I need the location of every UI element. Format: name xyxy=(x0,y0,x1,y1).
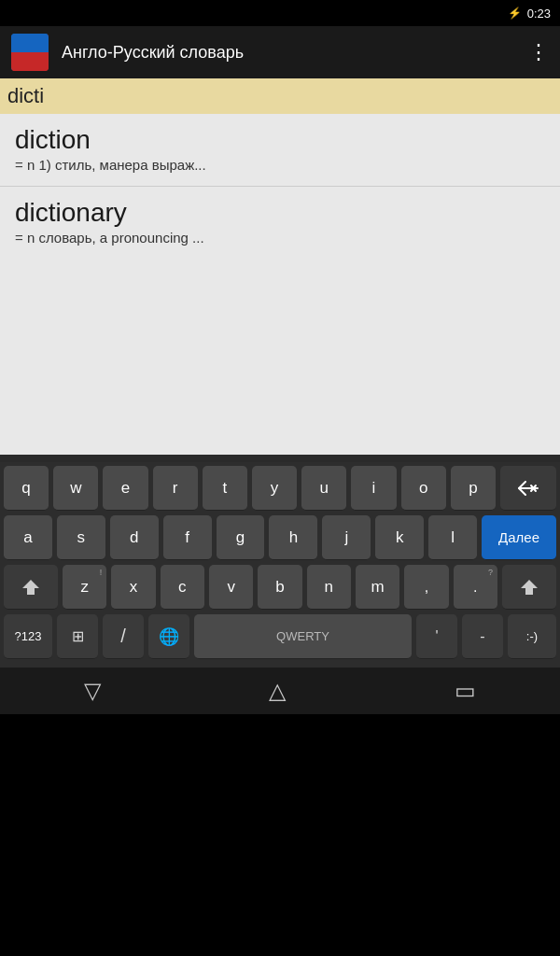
nav-home-button[interactable]: △ xyxy=(269,678,286,704)
keyboard-row-4: ?123 ⊞ / 🌐 QWERTY ' - :-) xyxy=(4,614,556,659)
key-l[interactable]: l xyxy=(428,515,477,560)
word-entry-dictionary[interactable]: dictionary = n словарь, a pronouncing ..… xyxy=(0,187,560,259)
key-s[interactable]: s xyxy=(57,515,105,560)
keyboard-divider xyxy=(0,455,560,462)
key-backspace[interactable] xyxy=(500,466,556,511)
overflow-menu-icon[interactable]: ⋮ xyxy=(528,42,549,63)
key-dash[interactable]: - xyxy=(462,614,503,659)
key-g[interactable]: g xyxy=(217,515,265,560)
bluetooth-icon: ⚡ xyxy=(508,7,522,20)
key-q[interactable]: q xyxy=(4,466,49,511)
key-v[interactable]: v xyxy=(209,565,253,610)
word-def-dictionary: = n словарь, a pronouncing ... xyxy=(15,230,545,253)
keyboard-row-2: a s d f g h j k l Далее xyxy=(4,515,556,560)
key-comma[interactable]: , xyxy=(404,565,448,610)
word-def-diction: = n 1) стиль, манера выраж... xyxy=(15,157,545,180)
key-w[interactable]: w xyxy=(53,466,98,511)
key-n[interactable]: n xyxy=(307,565,351,610)
key-a[interactable]: a xyxy=(4,515,52,560)
nav-back-button[interactable]: ▽ xyxy=(84,678,101,704)
nav-recent-button[interactable]: ▭ xyxy=(455,678,476,704)
key-p[interactable]: p xyxy=(451,466,496,511)
key-num-switch[interactable]: ?123 xyxy=(4,614,52,659)
app-title: Англо-Русский словарь xyxy=(62,43,528,63)
key-k[interactable]: k xyxy=(375,515,424,560)
key-shift-left[interactable] xyxy=(4,565,58,610)
key-e[interactable]: e xyxy=(103,466,147,511)
app-bar: Англо-Русский словарь ⋮ xyxy=(0,26,560,78)
word-title-dictionary: dictionary xyxy=(15,198,545,228)
key-d[interactable]: d xyxy=(110,515,159,560)
key-period[interactable]: .? xyxy=(454,565,497,610)
key-i[interactable]: i xyxy=(351,466,396,511)
key-f[interactable]: f xyxy=(163,515,212,560)
key-x[interactable]: x xyxy=(111,565,155,610)
key-h[interactable]: h xyxy=(269,515,317,560)
key-j[interactable]: j xyxy=(322,515,371,560)
key-c[interactable]: c xyxy=(161,565,204,610)
key-settings[interactable]: ⊞ xyxy=(57,614,98,659)
key-globe[interactable]: 🌐 xyxy=(148,614,189,659)
key-u[interactable]: u xyxy=(301,466,346,511)
key-emoji[interactable]: :-) xyxy=(508,614,556,659)
keyboard-row-1: q w e r t y u i o p xyxy=(4,466,556,511)
key-o[interactable]: o xyxy=(401,466,446,511)
search-input[interactable] xyxy=(7,84,553,108)
app-logo xyxy=(11,34,49,71)
key-y[interactable]: y xyxy=(252,466,297,511)
status-bar: ⚡ 0:23 xyxy=(0,0,560,26)
keyboard: q w e r t y u i o p a s d f g h j k l Да… xyxy=(0,462,560,668)
key-b[interactable]: b xyxy=(258,565,301,610)
key-t[interactable]: t xyxy=(203,466,247,511)
key-action-dalee[interactable]: Далее xyxy=(482,515,556,560)
key-space[interactable]: QWERTY xyxy=(194,614,412,659)
key-apostrophe[interactable]: ' xyxy=(416,614,457,659)
key-slash[interactable]: / xyxy=(103,614,144,659)
key-z[interactable]: z! xyxy=(63,565,106,610)
time-display: 0:23 xyxy=(527,7,551,21)
keyboard-row-3: z! x c v b n m , .? xyxy=(4,565,556,610)
word-title-diction: diction xyxy=(15,125,545,155)
key-m[interactable]: m xyxy=(356,565,399,610)
search-bar xyxy=(0,78,560,114)
nav-bar: ▽ △ ▭ xyxy=(0,668,560,714)
key-r[interactable]: r xyxy=(153,466,198,511)
word-entry-diction[interactable]: diction = n 1) стиль, манера выраж... xyxy=(0,114,560,187)
content-area: diction = n 1) стиль, манера выраж... di… xyxy=(0,114,560,455)
key-shift-right[interactable] xyxy=(502,565,556,610)
